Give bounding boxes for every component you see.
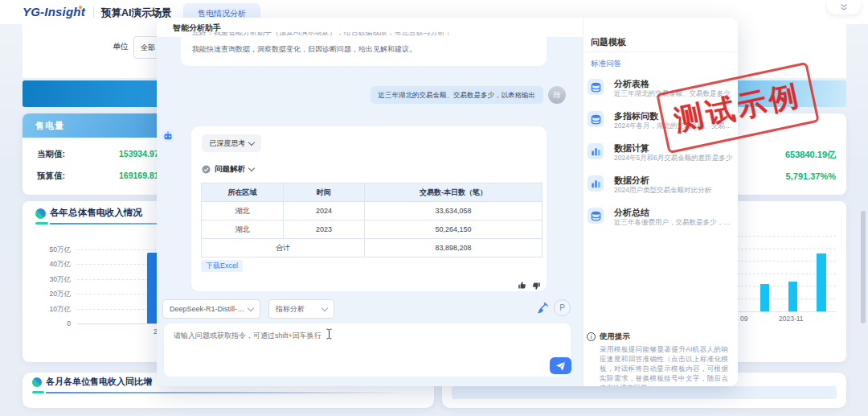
message-input-box (164, 323, 571, 377)
deep-think-toggle[interactable]: 已深度思考 (202, 134, 261, 152)
paper-plane-icon (555, 361, 566, 371)
analysis-toggle[interactable]: 问题解析 (202, 163, 254, 175)
template-panel-divider (583, 51, 738, 52)
table-row: 湖北 2024 33,634,058 (202, 202, 542, 220)
chevron-double-down-icon (839, 3, 849, 11)
chevron-down-icon (248, 138, 254, 145)
unit-label: 单位 (113, 41, 129, 52)
template-desc: 2024年5月和6月交易金额的差距是多少 (614, 154, 733, 163)
template-title: 数据计算 (614, 142, 649, 154)
analysis-label: 问题解析 (215, 164, 245, 175)
table-cell: 33,634,058 (365, 202, 542, 220)
brand-logo-dot (79, 6, 82, 9)
table-header-cell: 交易数-本日数（笔） (365, 183, 542, 202)
deep-think-label: 已深度思考 (210, 138, 246, 149)
text-cursor (326, 328, 333, 343)
chart-bar-cyan (817, 253, 826, 311)
template-title: 分析总结 (614, 207, 649, 219)
page-scrollbar-thumb[interactable] (861, 211, 866, 323)
clipped-message-line: 您好！我是智能分析助手（预算AI演示场景），结合数据权限，帮您查数与分析！ (181, 32, 547, 39)
topbar-divider (93, 6, 94, 18)
table-total-label: 合计 (202, 239, 365, 257)
template-title: 分析表格 (614, 78, 649, 90)
tips-body: 采用模板提问能够显著提升AI机器人的响应速度和回答准确性（点击以上标准化模板，对… (600, 344, 728, 386)
template-panel-title: 问题模板 (591, 36, 626, 48)
table-total-row: 合计 83,898,208 (202, 239, 542, 257)
template-title: 多指标问数 (614, 110, 658, 122)
standard-qa-link[interactable]: 标准问答 (591, 59, 621, 69)
user-message-bubble: 近三年湖北的交易金额、交易数是多少，以表格输出 (371, 86, 544, 104)
template-title: 数据分析 (614, 175, 649, 187)
tips-title: 使用提示 (600, 332, 630, 342)
template-item-data-calc[interactable]: 数据计算 2024年5月和6月交易金额的差距是多少 (587, 142, 733, 170)
profile-badge[interactable]: P (554, 299, 571, 316)
thumbs-up-button[interactable] (518, 278, 526, 293)
answer-table: 所在区域 时间 交易数-本日数（笔） 湖北 2024 33,634,058 湖北… (201, 183, 542, 257)
chevron-down-icon (248, 304, 254, 311)
chart-title-icon (35, 208, 46, 219)
send-button[interactable] (550, 357, 571, 374)
chevron-down-icon (248, 164, 255, 171)
mode-select-value: 指标分析 (276, 304, 305, 315)
table-header-cell: 所在区域 (202, 183, 284, 202)
database-icon (591, 211, 601, 221)
thumb-down-icon (532, 282, 541, 290)
table-total-value: 83,898,208 (365, 239, 542, 257)
bottom-right-card-band (452, 386, 837, 399)
broom-icon (536, 302, 549, 315)
assistant-intro-text: 我能快速查询数据，洞察数据变化，归因诊断问题，给出见解和建议。 (181, 39, 547, 55)
metric-row-budget-label: 预算值: (37, 171, 65, 182)
user-message-row: 近三年湖北的交易金额、交易数是多少，以表格输出 段 (181, 85, 566, 105)
bottom-left-card-title: 各月各单位售电收入同比增 (46, 376, 152, 388)
metric-row-current-label: 当期值: (37, 149, 65, 160)
robot-icon (162, 130, 174, 142)
y-axis-tick: 40万亿 (26, 260, 71, 270)
chart-title-icon (32, 377, 42, 387)
thumb-up-icon (518, 281, 526, 290)
y-axis-tick: 0 (26, 319, 71, 327)
title-underline-accent (35, 222, 48, 224)
database-icon (591, 82, 601, 93)
chevron-down-icon (321, 304, 328, 311)
check-circle-icon (202, 165, 211, 174)
y-axis-tick: 50万亿 (26, 245, 71, 255)
table-cell: 50,264,150 (365, 220, 542, 239)
download-excel-button[interactable]: 下载Excel (201, 260, 243, 272)
table-cell: 湖北 (202, 202, 284, 220)
app-screen: YG-Insight 预算AI演示场景 售电情况分析 单位 全部 售电量 当期值… (0, 0, 868, 416)
left-chart-title: 各年总体售电收入情况 (50, 207, 142, 219)
x-axis-label: 2023-11 (779, 315, 804, 323)
y-axis-tick: 20万亿 (26, 290, 71, 299)
bar-chart-icon (591, 179, 601, 189)
mode-select[interactable]: 指标分析 (268, 299, 334, 319)
user-avatar: 段 (548, 86, 566, 104)
template-desc: 近三年各缴费用户，交易数是多少，按… (614, 218, 733, 228)
model-select-value: DeepSeek-R1-Distill-Qwen-... (170, 305, 248, 313)
assistant-intro-bubble: 您好！我是智能分析助手（预算AI演示场景），结合数据权限，帮您查数与分析！ 我能… (181, 32, 547, 66)
brand-logo: YG-Insight (23, 5, 85, 19)
title-underline-accent (32, 391, 44, 393)
table-cell: 2024 (284, 202, 365, 220)
metric-card-title: 售电量 (35, 120, 64, 132)
table-cell: 湖北 (202, 220, 284, 239)
chart-bar-cyan (788, 282, 797, 311)
assistant-avatar (162, 130, 174, 142)
bar-chart-icon (591, 146, 601, 157)
thumbs-down-button[interactable] (532, 279, 541, 294)
unit-select-value: 全部 (141, 43, 155, 53)
table-header-row: 所在区域 时间 交易数-本日数（笔） (202, 183, 542, 202)
collapse-panel-button[interactable] (827, 0, 861, 14)
template-item-analysis-summary[interactable]: 分析总结 近三年各缴费用户，交易数是多少，按… (587, 207, 733, 234)
y-axis-tick: 10万亿 (26, 305, 71, 315)
database-icon (591, 114, 601, 125)
clear-conversation-button[interactable] (536, 302, 549, 318)
template-desc: 2024用户类型交易金额对比分析 (614, 186, 733, 196)
table-header-cell: 时间 (284, 183, 365, 202)
title-underline (46, 392, 409, 393)
assistant-modal: 智能分析助手 × 您好！我是智能分析助手（预算AI演示场景），结合数据权限，帮您… (157, 18, 738, 386)
template-item-data-analysis[interactable]: 数据分析 2024用户类型交易金额对比分析 (587, 175, 733, 202)
message-input[interactable] (164, 323, 571, 377)
table-row: 湖北 2023 50,264,150 (202, 220, 542, 239)
model-select[interactable]: DeepSeek-R1-Distill-Qwen-... (162, 299, 260, 319)
chart-bar-cyan (760, 284, 769, 311)
